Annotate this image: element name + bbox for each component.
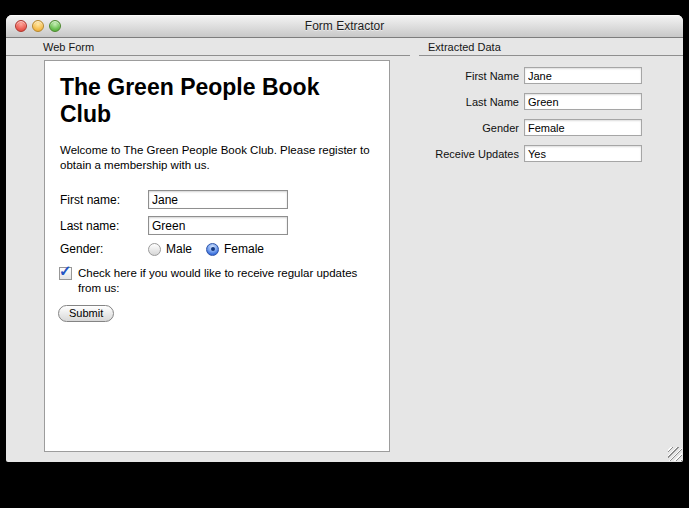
extracted-first-name-label: First Name <box>419 70 519 82</box>
last-name-input[interactable] <box>148 216 288 235</box>
first-name-row: First name: <box>60 190 389 209</box>
extracted-gender-field[interactable] <box>524 119 642 136</box>
extracted-data-pane-header: Extracted Data <box>419 39 683 56</box>
male-radio-label: Male <box>166 242 192 256</box>
updates-checkbox[interactable] <box>59 267 72 280</box>
window-titlebar[interactable]: Form Extractor <box>6 15 683 38</box>
extracted-row-gender: Gender <box>419 119 683 136</box>
female-radio-label: Female <box>224 242 264 256</box>
gender-row: Gender: Male Female <box>60 242 389 256</box>
gender-label: Gender: <box>60 242 148 256</box>
app-window: Form Extractor Web Form The Green People… <box>6 15 683 462</box>
extracted-gender-label: Gender <box>419 122 519 134</box>
extracted-first-name-field[interactable] <box>524 67 642 84</box>
extracted-row-last-name: Last Name <box>419 93 683 110</box>
minimize-button-icon[interactable] <box>32 20 44 32</box>
extracted-last-name-label: Last Name <box>419 96 519 108</box>
submit-button[interactable]: Submit <box>58 305 114 322</box>
split-divider[interactable] <box>410 39 419 462</box>
zoom-button-icon[interactable] <box>49 20 61 32</box>
extracted-data-pane: Extracted Data First Name Last Name Gend… <box>419 39 683 462</box>
page-title: The Green People Book Club <box>60 74 365 128</box>
split-view: Web Form The Green People Book Club Welc… <box>6 39 683 462</box>
extracted-row-receive-updates: Receive Updates <box>419 145 683 162</box>
first-name-label: First name: <box>60 193 148 207</box>
extracted-receive-updates-field[interactable] <box>524 145 642 162</box>
updates-checkbox-label: Check here if you would like to receive … <box>78 266 377 296</box>
extracted-receive-updates-label: Receive Updates <box>419 148 519 160</box>
window-controls <box>15 20 61 32</box>
intro-text: Welcome to The Green People Book Club. P… <box>60 143 381 173</box>
updates-row: Check here if you would like to receive … <box>59 266 377 296</box>
resize-grip-icon[interactable] <box>668 447 682 461</box>
extracted-row-first-name: First Name <box>419 67 683 84</box>
extracted-data-rows: First Name Last Name Gender Receive Upda… <box>419 56 683 162</box>
last-name-label: Last name: <box>60 219 148 233</box>
first-name-input[interactable] <box>148 190 288 209</box>
web-form-pane-header: Web Form <box>6 39 410 56</box>
web-form-pane: Web Form The Green People Book Club Welc… <box>6 39 410 462</box>
web-form-view: The Green People Book Club Welcome to Th… <box>44 60 390 452</box>
window-title: Form Extractor <box>6 15 683 37</box>
male-radio[interactable] <box>148 243 161 256</box>
last-name-row: Last name: <box>60 216 389 235</box>
close-button-icon[interactable] <box>15 20 27 32</box>
female-radio[interactable] <box>206 243 219 256</box>
extracted-last-name-field[interactable] <box>524 93 642 110</box>
